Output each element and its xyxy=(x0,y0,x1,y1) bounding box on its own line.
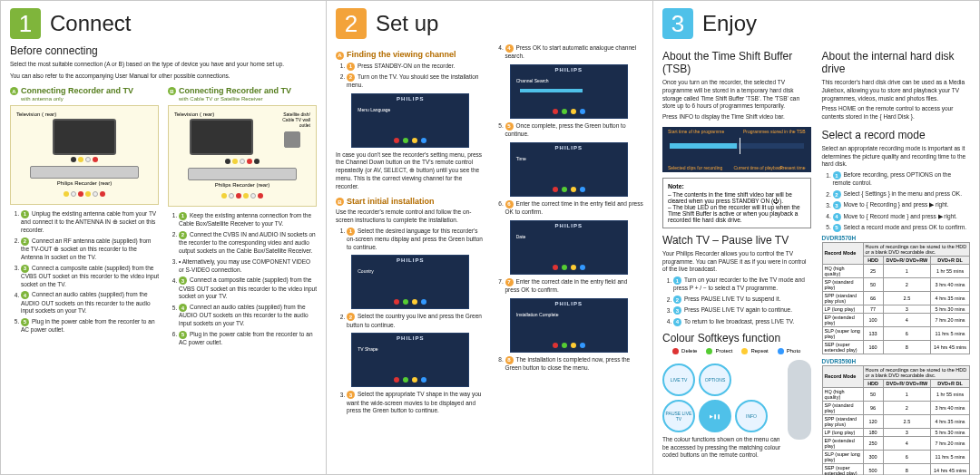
badge-a: A xyxy=(10,87,18,95)
connect-a-steps: 1Unplug the existing antenna cable from … xyxy=(10,210,159,334)
diagram-b: Television ( rear) Satellite dish/ Cable… xyxy=(168,105,317,207)
tsb-note: Note: – The contents in the time shift v… xyxy=(662,178,811,228)
screen-language: PHILIPS Menu Language xyxy=(351,93,469,148)
step2-number: 2 xyxy=(336,8,367,39)
setup-a-heading: Finding the viewing channel xyxy=(347,50,456,59)
watch-heading: Watch TV – Pause live TV xyxy=(662,234,811,247)
panel-connect: 1 Connect Before connecting Select the m… xyxy=(0,0,327,475)
remote-key-live: LIVE TV xyxy=(662,364,695,396)
step1-number: 1 xyxy=(10,8,41,39)
record-mode-table-2: Record ModeHours of recordings can be st… xyxy=(822,365,971,475)
step3-title: Enjoy xyxy=(702,11,757,36)
screen-country: PHILIPS Country xyxy=(351,255,469,309)
softkeys-heading: Colour Softkeys function xyxy=(662,332,811,344)
setup-b-heading: Start initial installation xyxy=(347,197,435,206)
panel-setup: 2 Set up AFinding the viewing channel 1P… xyxy=(327,0,653,475)
step2-header: 2 Set up xyxy=(336,8,643,39)
model-1-label: DVDR3570H xyxy=(822,235,971,241)
connect-option-a: AConnecting Recorder and TV with antenna… xyxy=(10,81,159,350)
connect-a-heading: AConnecting Recorder and TV xyxy=(10,86,159,96)
connect-option-b: BConnecting Recorder and TV with Cable T… xyxy=(168,81,317,350)
diagram-a: Television ( rear) Philips Recorder (rea… xyxy=(10,105,159,205)
hdd-heading: About the internal hard disk drive xyxy=(822,50,971,75)
record-mode-table-1: Record ModeHours of recordings can be st… xyxy=(822,242,971,354)
step1-title: Connect xyxy=(50,11,131,36)
connect-a-sub: with antenna only xyxy=(21,96,159,102)
softkey-legend: Delete Protect Repeat Photo xyxy=(662,348,811,354)
connect-b-sub: with Cable TV or Satellite Receiver xyxy=(179,96,317,102)
tsb-bar-diagram: Start time of the programme Programmes s… xyxy=(662,127,811,172)
step2-title: Set up xyxy=(376,11,438,36)
connect-b-steps: 1Keep the existing antenna connection fr… xyxy=(168,212,317,347)
step1-header: 1 Connect xyxy=(10,8,317,39)
panel-enjoy: 3 Enjoy About the Time Shift Buffer (TSB… xyxy=(653,0,980,475)
remote-key-pause: PAUSE LIVE TV xyxy=(662,400,695,432)
screen-search: PHILIPS Channel Search xyxy=(510,64,628,119)
record-mode-heading: Select a record mode xyxy=(822,129,971,141)
before-text-2: You can also refer to the accompanying U… xyxy=(10,73,317,81)
remote-key-info: INFO xyxy=(735,400,768,432)
connect-b-heading: BConnecting Recorder and TV xyxy=(168,86,317,96)
screen-shape: PHILIPS TV Shape xyxy=(351,333,469,387)
remote-illustration xyxy=(788,360,811,440)
tsb-heading: About the Time Shift Buffer (TSB) xyxy=(662,50,811,75)
remote-key-playpause: ▶❚❚ xyxy=(699,400,731,432)
step3-number: 3 xyxy=(662,8,693,39)
badge-b: B xyxy=(168,87,176,95)
screen-time: PHILIPS Time xyxy=(510,142,628,197)
step3-header: 3 Enjoy xyxy=(662,8,970,39)
before-text-1: Select the most suitable connection (A o… xyxy=(10,61,317,69)
model-2-label: DVDR3590H xyxy=(822,358,971,364)
screen-done: PHILIPS Installation Complete xyxy=(510,298,628,353)
before-connecting-heading: Before connecting xyxy=(10,44,317,57)
setup-a-note: In case you don't see the recorder's set… xyxy=(336,151,485,191)
remote-key-options: OPTIONS xyxy=(699,364,731,396)
screen-date: PHILIPS Date xyxy=(510,220,628,275)
